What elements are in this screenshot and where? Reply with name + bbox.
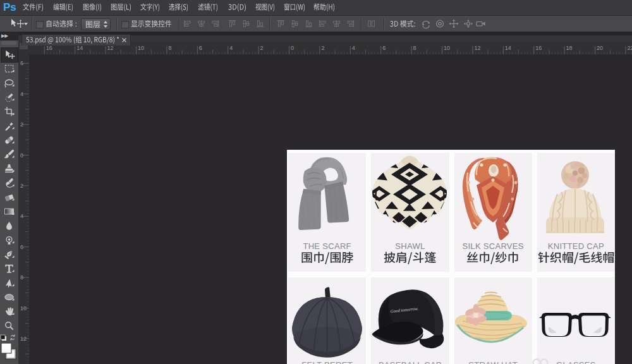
svg-text:22: 22: [627, 45, 632, 51]
svg-text:4: 4: [20, 91, 23, 97]
svg-text:2: 2: [20, 121, 23, 128]
svg-text:2: 2: [20, 183, 23, 189]
svg-text:0: 0: [20, 152, 23, 159]
svg-text:12: 12: [107, 45, 114, 51]
svg-text:0: 0: [291, 45, 294, 51]
svg-text:20: 20: [597, 45, 603, 51]
svg-text:6: 6: [20, 244, 23, 250]
svg-text:8: 8: [413, 45, 416, 51]
svg-text:4: 4: [20, 213, 23, 219]
svg-text:6: 6: [199, 45, 202, 51]
svg-text:10: 10: [20, 305, 27, 312]
svg-text:10: 10: [138, 45, 144, 51]
svg-text:18: 18: [566, 45, 573, 51]
svg-text:8: 8: [168, 45, 171, 51]
svg-text:8: 8: [20, 274, 23, 281]
svg-text:16: 16: [46, 45, 52, 51]
svg-text:12: 12: [474, 45, 480, 51]
svg-text:2: 2: [260, 45, 264, 51]
svg-text:2: 2: [321, 45, 324, 51]
svg-text:10: 10: [444, 45, 450, 51]
svg-text:14: 14: [76, 45, 83, 51]
svg-text:6: 6: [382, 45, 386, 51]
svg-text:14: 14: [505, 45, 511, 51]
svg-text:4: 4: [229, 45, 233, 51]
svg-text:12: 12: [20, 336, 27, 342]
svg-text:16: 16: [535, 45, 542, 51]
svg-text:6: 6: [20, 60, 23, 66]
svg-text:4: 4: [352, 45, 355, 51]
